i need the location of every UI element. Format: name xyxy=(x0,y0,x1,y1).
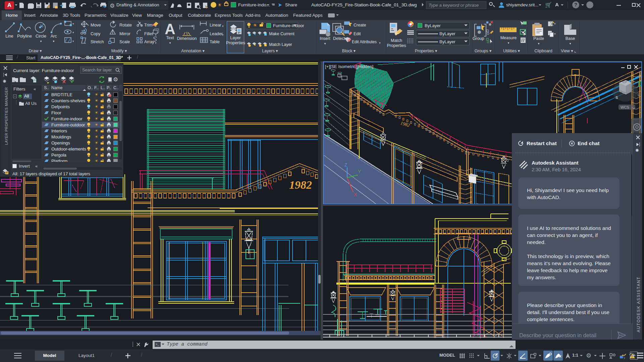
svg-text:Z: Z xyxy=(344,162,347,168)
svg-text:E: E xyxy=(638,93,640,97)
svg-text:WCS: WCS xyxy=(621,105,629,109)
svg-text:1982: 1982 xyxy=(289,179,312,191)
svg-text:S: S xyxy=(615,96,618,100)
svg-text:[+][SE Isometric][Hidden]: [+][SE Isometric][Hidden] xyxy=(325,64,373,69)
svg-text:Y: Y xyxy=(358,169,361,174)
svg-text:X: X xyxy=(354,192,357,197)
